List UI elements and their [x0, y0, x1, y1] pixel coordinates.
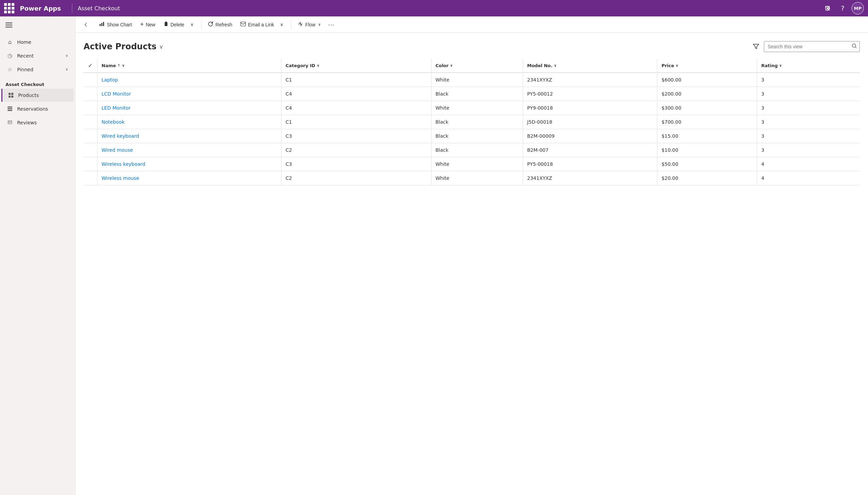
- row-checkbox-4[interactable]: [84, 129, 97, 143]
- refresh-icon: [208, 21, 213, 28]
- row-price-0: $600.00: [657, 73, 757, 87]
- sidebar-item-products-label: Products: [18, 92, 39, 98]
- row-name-5[interactable]: Wired mouse: [97, 143, 281, 157]
- sidebar-item-recent[interactable]: ◷ Recent ∨: [1, 49, 74, 62]
- row-name-3[interactable]: Notebook: [97, 115, 281, 129]
- row-name-2[interactable]: LED Monitor: [97, 101, 281, 115]
- settings-icon[interactable]: [821, 2, 834, 14]
- search-input[interactable]: [764, 44, 849, 49]
- row-category-6: C3: [281, 157, 431, 171]
- sidebar-section-title: Asset Checkout: [0, 78, 75, 88]
- help-icon[interactable]: ?: [836, 2, 849, 14]
- brand-name[interactable]: Power Apps: [20, 5, 61, 12]
- row-rating-5: 3: [757, 143, 860, 157]
- row-name-0[interactable]: Laptop: [97, 73, 281, 87]
- row-color-6: White: [431, 157, 523, 171]
- svg-rect-3: [11, 96, 13, 98]
- email-link-button[interactable]: Email a Link: [237, 20, 277, 29]
- home-icon: ⌂: [7, 39, 13, 45]
- row-name-1[interactable]: LCD Monitor: [97, 87, 281, 101]
- row-model-7: 2341XYXZ: [523, 171, 657, 185]
- select-all-checkbox[interactable]: ✓: [88, 62, 92, 69]
- row-category-3: C1: [281, 115, 431, 129]
- rating-chevron-icon[interactable]: ∨: [779, 63, 782, 68]
- content-area: Show Chart + New Delete ∨ Refresh: [75, 16, 868, 495]
- view-title-chevron-icon[interactable]: ∨: [159, 44, 163, 50]
- column-name-label: Name: [102, 63, 116, 68]
- svg-rect-4: [8, 107, 12, 108]
- new-button[interactable]: + New: [137, 19, 159, 30]
- row-model-0: 2341XYXZ: [523, 73, 657, 87]
- sidebar-item-pinned[interactable]: ☆ Pinned ∨: [1, 63, 74, 76]
- row-checkbox-7[interactable]: [84, 171, 97, 185]
- column-header-price[interactable]: Price ∨: [657, 59, 757, 73]
- hamburger-menu[interactable]: [0, 16, 75, 34]
- back-button[interactable]: [81, 19, 92, 30]
- row-name-6[interactable]: Wireless keyboard: [97, 157, 281, 171]
- sidebar-item-reviews[interactable]: Reviews: [1, 116, 74, 129]
- row-price-2: $300.00: [657, 101, 757, 115]
- filter-icon[interactable]: [752, 42, 760, 52]
- search-icon[interactable]: [849, 44, 859, 50]
- sidebar-item-home[interactable]: ⌂ Home: [1, 35, 74, 49]
- sidebar-item-recent-label: Recent: [17, 53, 34, 59]
- row-price-1: $200.00: [657, 87, 757, 101]
- products-table: ✓ Name ↑ ∨ Category ID: [84, 59, 860, 185]
- row-checkbox-6[interactable]: [84, 157, 97, 171]
- row-checkbox-3[interactable]: [84, 115, 97, 129]
- flow-button[interactable]: Flow ∨: [294, 19, 324, 30]
- column-color-label: Color: [436, 63, 449, 68]
- svg-rect-7: [100, 24, 101, 26]
- row-color-7: White: [431, 171, 523, 185]
- row-checkbox-1[interactable]: [84, 87, 97, 101]
- column-header-rating[interactable]: Rating ∨: [757, 59, 860, 73]
- table-row: LCD Monitor C4 Black PY5-00012 $200.00 3: [84, 87, 860, 101]
- cmd-divider-1: [201, 20, 202, 29]
- row-checkbox-0[interactable]: [84, 73, 97, 87]
- products-icon: [8, 92, 14, 98]
- checkbox-column-header[interactable]: ✓: [84, 59, 97, 73]
- show-chart-button[interactable]: Show Chart: [96, 19, 135, 30]
- price-chevron-icon[interactable]: ∨: [676, 63, 679, 68]
- row-name-7[interactable]: Wireless mouse: [97, 171, 281, 185]
- user-avatar[interactable]: MP: [852, 2, 864, 14]
- column-header-model-no[interactable]: Model No. ∨: [523, 59, 657, 73]
- table-row: LED Monitor C4 White PY9-00018 $300.00 3: [84, 101, 860, 115]
- category-chevron-icon[interactable]: ∨: [317, 63, 320, 68]
- column-header-name[interactable]: Name ↑ ∨: [97, 59, 281, 73]
- delete-dropdown-button[interactable]: ∨: [189, 19, 199, 30]
- color-chevron-icon[interactable]: ∨: [450, 63, 453, 68]
- table-row: Laptop C1 White 2341XYXZ $600.00 3: [84, 73, 860, 87]
- svg-rect-8: [101, 23, 102, 26]
- brand-divider: [72, 3, 72, 13]
- delete-button[interactable]: Delete: [160, 19, 188, 30]
- topbar-right: ? MP: [821, 2, 864, 14]
- sidebar-item-reservations[interactable]: Reservations: [1, 102, 74, 115]
- column-header-color[interactable]: Color ∨: [431, 59, 523, 73]
- row-rating-4: 3: [757, 129, 860, 143]
- sidebar-item-reviews-label: Reviews: [17, 120, 37, 125]
- row-category-4: C3: [281, 129, 431, 143]
- column-header-category-id[interactable]: Category ID ∨: [281, 59, 431, 73]
- row-rating-1: 3: [757, 87, 860, 101]
- flow-icon: [298, 21, 303, 28]
- row-rating-3: 3: [757, 115, 860, 129]
- refresh-button[interactable]: Refresh: [204, 19, 236, 30]
- row-checkbox-2[interactable]: [84, 101, 97, 115]
- row-checkbox-5[interactable]: [84, 143, 97, 157]
- row-price-4: $15.00: [657, 129, 757, 143]
- row-category-1: C4: [281, 87, 431, 101]
- row-rating-6: 4: [757, 157, 860, 171]
- more-button[interactable]: ⋯: [326, 19, 337, 30]
- command-bar: Show Chart + New Delete ∨ Refresh: [75, 16, 868, 33]
- model-chevron-icon[interactable]: ∨: [554, 63, 557, 68]
- name-chevron-icon[interactable]: ∨: [122, 63, 125, 68]
- row-model-3: J5D-00018: [523, 115, 657, 129]
- apps-grid-icon[interactable]: [4, 3, 14, 13]
- column-model-no-label: Model No.: [527, 63, 553, 68]
- sidebar-item-products[interactable]: Products: [1, 89, 74, 102]
- email-dropdown-button[interactable]: ∨: [279, 19, 288, 30]
- row-name-4[interactable]: Wired keyboard: [97, 129, 281, 143]
- svg-rect-0: [9, 93, 11, 95]
- svg-rect-9: [103, 22, 104, 26]
